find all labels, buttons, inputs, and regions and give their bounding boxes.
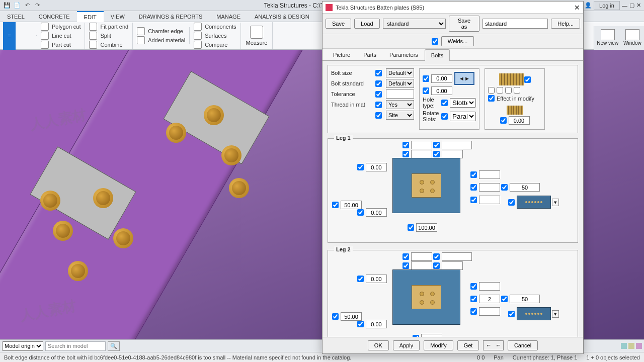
preset-load-select[interactable]: standard: [383, 19, 446, 29]
split-button[interactable]: Split: [89, 32, 128, 40]
menu-drawings[interactable]: DRAWINGS & REPORTS: [132, 12, 210, 22]
save-button[interactable]: Save: [326, 19, 351, 29]
dialog-titlebar[interactable]: Tekla Structures Batten plates (S85) ✕: [323, 2, 583, 14]
leg1-pattern-button[interactable]: [517, 196, 551, 209]
bolt-size-select[interactable]: Default: [386, 68, 414, 77]
leg1-sp1[interactable]: [479, 170, 500, 179]
leg2-box: Leg 2: [328, 250, 578, 337]
rotate-slots-check[interactable]: [441, 113, 448, 120]
site-check[interactable]: [375, 112, 382, 119]
search-icon[interactable]: 🔍: [108, 341, 120, 351]
close-icon[interactable]: ✕: [636, 2, 641, 9]
tab-parts[interactable]: Parts: [357, 49, 383, 60]
redo-icon[interactable]: ↷: [33, 2, 41, 10]
leg1-sp3[interactable]: [510, 183, 540, 192]
thread-select[interactable]: Yes: [386, 100, 414, 109]
num-a-input[interactable]: [431, 74, 452, 83]
leg1-v3[interactable]: [366, 208, 387, 217]
toggle-mode[interactable]: ⌐⌐: [483, 340, 503, 350]
hole-type-check[interactable]: [441, 100, 448, 106]
tab-picture[interactable]: Picture: [327, 49, 357, 60]
num-b-input[interactable]: [431, 86, 452, 95]
apply-button[interactable]: Apply: [393, 340, 420, 350]
leg2-v3[interactable]: [366, 320, 387, 328]
leg1-v1[interactable]: [366, 163, 387, 171]
tolerance-check[interactable]: [375, 91, 382, 98]
menu-concrete[interactable]: CONCRETE: [32, 12, 77, 22]
leg2-sp2[interactable]: [479, 295, 500, 303]
site-select[interactable]: Site: [386, 111, 414, 120]
components-button[interactable]: Components: [194, 23, 236, 31]
welds-check[interactable]: [432, 38, 438, 45]
effect-check[interactable]: [488, 95, 495, 102]
get-button[interactable]: Get: [457, 340, 479, 350]
hole-type-select[interactable]: Slotted: [450, 98, 476, 108]
num-c-input[interactable]: [509, 116, 530, 125]
menu-manage[interactable]: MANAGE: [209, 12, 248, 22]
welds-button[interactable]: Welds...: [441, 36, 474, 46]
toolbar-icon[interactable]: [628, 343, 634, 349]
toolbar-icon[interactable]: [636, 343, 642, 349]
leg2-pattern-button[interactable]: [517, 307, 551, 320]
leg1-sp4[interactable]: [479, 196, 500, 204]
measure-icon[interactable]: [250, 26, 263, 39]
menu-view[interactable]: VIEW: [104, 12, 132, 22]
modify-button[interactable]: Modify: [424, 340, 453, 350]
bolt-standard-check[interactable]: [375, 80, 382, 87]
dialog-close-icon[interactable]: ✕: [574, 4, 580, 12]
leg1-sp2[interactable]: [479, 183, 500, 192]
login-button[interactable]: Log in: [594, 1, 620, 10]
tolerance-input[interactable]: [386, 89, 414, 99]
leg2-sp3[interactable]: [510, 295, 540, 303]
toolbar-icon[interactable]: [621, 343, 627, 349]
line-cut-button[interactable]: Line cut: [41, 32, 80, 40]
leg2-v1[interactable]: [366, 275, 387, 283]
search-input[interactable]: [45, 341, 106, 351]
leg1-v4[interactable]: [416, 223, 437, 232]
save-as-button[interactable]: Save as: [449, 16, 479, 32]
maximize-icon[interactable]: ▢: [629, 2, 634, 9]
leg2-sp1[interactable]: [479, 282, 500, 291]
num-c-check[interactable]: [500, 117, 507, 124]
chevron-down-icon[interactable]: ▾: [552, 199, 559, 206]
part-cut-button[interactable]: Part cut: [41, 41, 80, 49]
polygon-cut-button[interactable]: Polygon cut: [41, 23, 80, 31]
thread-check[interactable]: [375, 102, 382, 108]
batten-plates-dialog[interactable]: Tekla Structures Batten plates (S85) ✕ S…: [322, 1, 584, 354]
bolt-size-check[interactable]: [375, 70, 382, 76]
save-icon[interactable]: 💾: [3, 2, 11, 10]
assembly-check[interactable]: [524, 76, 531, 83]
bottom-icons: [621, 343, 642, 349]
menu-steel[interactable]: STEEL: [0, 12, 32, 22]
compare-button[interactable]: Compare: [194, 41, 236, 49]
undo-icon[interactable]: ↶: [23, 2, 31, 10]
num-b-check[interactable]: [423, 87, 429, 94]
bolt-standard-select[interactable]: Default: [386, 79, 414, 88]
open-icon[interactable]: 📄: [13, 2, 21, 10]
load-button[interactable]: Load: [354, 19, 379, 29]
model-origin-select[interactable]: Model origin: [2, 341, 43, 351]
assembly-icon: [499, 73, 524, 85]
new-view-icon[interactable]: [601, 29, 615, 40]
chevron-down-icon[interactable]: ▾: [552, 310, 559, 318]
bolt-direction-button[interactable]: ◄►: [454, 72, 474, 85]
num-a-check[interactable]: [423, 75, 429, 82]
added-material-button[interactable]: Added material: [137, 36, 185, 44]
minimize-icon[interactable]: —: [622, 3, 627, 9]
cancel-button[interactable]: Cancel: [508, 340, 538, 350]
combine-button[interactable]: Combine: [89, 41, 128, 49]
chamfer-button[interactable]: Chamfer edge: [137, 27, 185, 35]
hole-type-label: Hole type:: [423, 97, 439, 109]
rotate-slots-select[interactable]: Paralle: [450, 112, 476, 121]
window-icon[interactable]: [625, 29, 639, 40]
menu-analysis[interactable]: ANALYSIS & DESIGN: [248, 12, 316, 22]
fit-part-end-button[interactable]: Fit part end: [89, 23, 128, 31]
ok-button[interactable]: OK: [368, 340, 389, 350]
preset-save-input[interactable]: [482, 19, 548, 29]
tab-parameters[interactable]: Parameters: [383, 49, 425, 60]
ribbon-menu-button[interactable]: ≡: [3, 22, 16, 50]
surfaces-button[interactable]: Surfaces: [194, 32, 236, 40]
menu-edit[interactable]: EDIT: [77, 11, 104, 22]
tab-bolts[interactable]: Bolts: [425, 49, 450, 61]
help-button[interactable]: Help...: [551, 19, 580, 29]
